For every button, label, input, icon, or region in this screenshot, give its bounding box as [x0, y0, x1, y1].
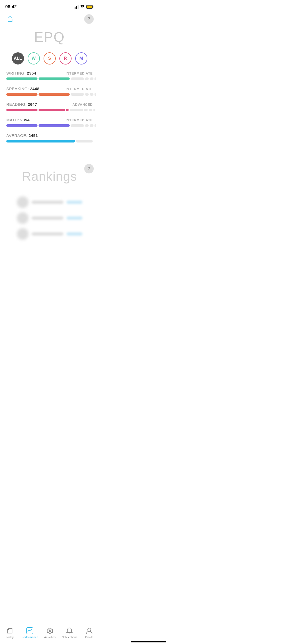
reading-bar-2: [39, 109, 65, 111]
reading-progress: [6, 109, 93, 111]
rankings-avatar-3: [17, 228, 29, 240]
math-empty-1: [71, 124, 84, 127]
rankings-name-2: [32, 217, 63, 220]
math-bar-2: [39, 124, 70, 127]
reading-score-row: READING: 2647 ADVANCED: [6, 102, 93, 111]
status-time: 08:42: [5, 4, 17, 10]
speaking-progress: [6, 93, 93, 96]
signal-icon: [74, 5, 78, 9]
wifi-icon: [80, 5, 85, 9]
reading-label: READING: 2647: [6, 102, 37, 107]
filter-math[interactable]: M: [75, 52, 87, 65]
filter-tabs: ALL W S R M: [0, 50, 99, 71]
speaking-empty-3: [90, 93, 93, 96]
reading-empty-2: [84, 109, 88, 111]
reading-level: ADVANCED: [72, 103, 93, 107]
rankings-blur-row-1: [17, 196, 82, 208]
average-label: AVERAGE: 2451: [6, 133, 38, 138]
speaking-empty-2: [85, 93, 89, 96]
filter-writing[interactable]: W: [28, 52, 40, 65]
rankings-help-button[interactable]: ?: [84, 164, 94, 173]
writing-value: 2354: [27, 71, 36, 75]
speaking-score-row: SPEAKING: 2448 INTERMEDIATE: [6, 86, 93, 96]
average-empty-1: [76, 140, 93, 142]
math-value: 2354: [20, 118, 30, 122]
reading-empty-3: [89, 109, 92, 111]
filter-all[interactable]: ALL: [12, 52, 24, 65]
writing-score-row: WRITING: 2354 INTERMEDIATE: [6, 71, 93, 80]
math-progress: [6, 124, 93, 127]
speaking-bar-2: [39, 93, 70, 96]
rankings-score-1: [67, 201, 82, 204]
rankings-avatar-2: [17, 212, 29, 224]
reading-bar-3: [66, 109, 69, 111]
battery-icon: ⚡: [86, 5, 94, 9]
math-bar-1: [6, 124, 37, 127]
status-icons: ⚡: [74, 5, 94, 9]
rankings-blur-row-3: [17, 228, 82, 240]
math-empty-3: [90, 124, 93, 127]
filter-reading[interactable]: R: [59, 52, 72, 65]
speaking-level: INTERMEDIATE: [65, 87, 93, 91]
writing-empty-4: [95, 77, 96, 80]
average-bar-1: [6, 140, 75, 142]
math-label: MATH: 2354: [6, 118, 30, 122]
writing-bar-1: [6, 77, 37, 80]
svg-text:⚡: ⚡: [88, 6, 91, 8]
scores-section: WRITING: 2354 INTERMEDIATE SPEAKING: 244…: [0, 71, 99, 154]
share-button[interactable]: [5, 14, 15, 24]
average-value: 2451: [29, 133, 38, 138]
app-title: EPQ: [0, 26, 99, 50]
reading-empty-1: [70, 109, 83, 111]
speaking-empty-1: [71, 93, 84, 96]
writing-bar-2: [39, 77, 70, 80]
writing-empty-1: [71, 77, 84, 80]
math-level: INTERMEDIATE: [65, 118, 93, 122]
rankings-name-1: [32, 201, 63, 204]
svg-rect-1: [93, 6, 93, 8]
reading-bar-1: [6, 109, 37, 111]
average-progress: [6, 140, 93, 142]
filter-speaking[interactable]: S: [44, 52, 56, 65]
reading-value: 2647: [28, 102, 37, 107]
rankings-blur-row-2: [17, 212, 82, 224]
reading-empty-4: [93, 109, 95, 111]
help-button[interactable]: ?: [84, 14, 94, 24]
math-empty-4: [95, 124, 96, 127]
rankings-name-3: [32, 232, 63, 236]
rankings-title: Rankings: [5, 164, 94, 192]
speaking-value: 2448: [30, 86, 39, 91]
math-score-row: MATH: 2354 INTERMEDIATE: [6, 118, 93, 127]
writing-level: INTERMEDIATE: [65, 71, 93, 75]
writing-empty-3: [90, 77, 93, 80]
speaking-label: SPEAKING: 2448: [6, 86, 39, 91]
writing-progress: [6, 77, 93, 80]
writing-label: WRITING: 2354: [6, 71, 36, 75]
top-actions: ?: [0, 12, 99, 26]
speaking-bar-1: [6, 93, 37, 96]
writing-empty-2: [85, 77, 89, 80]
status-bar: 08:42 ⚡: [0, 0, 99, 12]
rankings-section: ? Rankings: [0, 160, 99, 249]
rankings-avatar-1: [17, 196, 29, 208]
section-divider: [0, 157, 99, 157]
math-empty-2: [85, 124, 89, 127]
rankings-score-3: [67, 232, 82, 236]
rankings-content-blurred: [5, 192, 94, 245]
rankings-score-2: [67, 217, 82, 220]
average-score-row: AVERAGE: 2451: [6, 133, 93, 142]
speaking-empty-4: [95, 93, 96, 96]
